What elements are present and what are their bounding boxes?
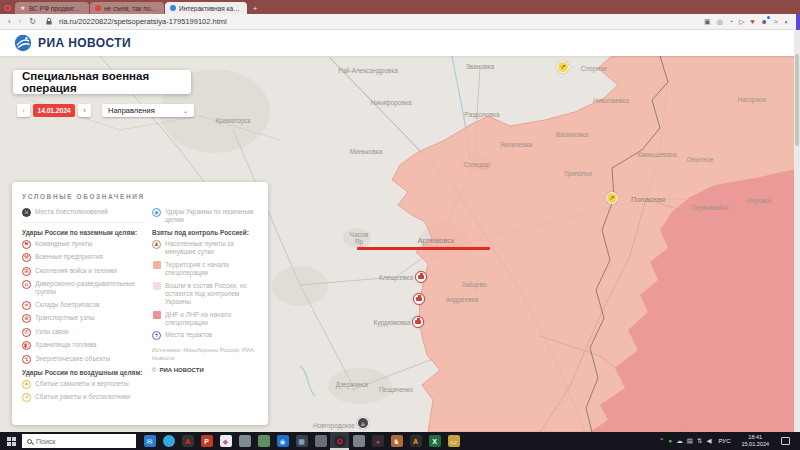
map-title-card: Специальная военная операция bbox=[13, 70, 191, 94]
game-app-icon: ♞ bbox=[391, 435, 403, 447]
legend-item-fuel: ◧Хранилища топлива bbox=[22, 341, 144, 350]
presentation-app-icon: P bbox=[201, 435, 213, 447]
ammo-icon: ✳ bbox=[22, 301, 31, 310]
acrobat-reader-icon: A bbox=[182, 435, 194, 447]
audio-player-icon: A bbox=[410, 435, 422, 447]
utility-app-4-taskbar-button[interactable] bbox=[349, 432, 368, 450]
opera-browser-taskbar-button[interactable]: O bbox=[330, 432, 349, 450]
downed-missile-marker[interactable]: ⇗ bbox=[557, 61, 569, 73]
chevron-up-tray-icon[interactable]: ⌃ bbox=[659, 438, 664, 445]
url-field[interactable]: ria.ru/20220822/spetsoperatsiya-17951991… bbox=[59, 17, 227, 26]
legend-section-header: Удары России по наземным целям: bbox=[22, 229, 144, 236]
legend-label: Скопления войск и техники bbox=[35, 267, 117, 275]
search-placeholder: Поиск bbox=[36, 438, 55, 445]
map-label: Никифоровка bbox=[370, 99, 411, 106]
legend-item-command: ⚑Командные пункты bbox=[22, 240, 144, 249]
site-brand[interactable]: РИА НОВОСТИ bbox=[38, 36, 131, 50]
sidebar-toggle-strip[interactable] bbox=[796, 14, 800, 30]
antivirus-tray-icon[interactable]: ● bbox=[668, 438, 672, 445]
legend-item-clash: ⚔Места боестолкновений bbox=[22, 208, 144, 217]
audio-player-taskbar-button[interactable]: A bbox=[406, 432, 425, 450]
notification-center-icon[interactable] bbox=[781, 437, 790, 445]
scrollbar-thumb[interactable] bbox=[795, 54, 799, 146]
missile-icon: ⇗ bbox=[22, 393, 31, 402]
ria-logo-icon[interactable] bbox=[14, 34, 32, 52]
troops-strike-marker[interactable] bbox=[413, 293, 425, 305]
combat-clash-marker[interactable]: ⚔ bbox=[357, 417, 369, 429]
downed-missile-marker[interactable]: ⇗ bbox=[606, 192, 618, 204]
utility-app-1-taskbar-button[interactable] bbox=[235, 432, 254, 450]
camera-app-taskbar-button[interactable]: ◉ bbox=[273, 432, 292, 450]
opera-menu-icon[interactable]: O bbox=[0, 1, 15, 14]
screen-recorder-taskbar-button[interactable]: ● bbox=[368, 432, 387, 450]
settlement-icon: ♟ bbox=[152, 240, 161, 249]
mail-app-taskbar-button[interactable]: ✉ bbox=[140, 432, 159, 450]
presentation-app-taskbar-button[interactable]: P bbox=[197, 432, 216, 450]
legend-label: Места боестолкновений bbox=[35, 208, 108, 216]
paint-app-taskbar-button[interactable]: ◆ bbox=[216, 432, 235, 450]
acrobat-reader-taskbar-button[interactable]: A bbox=[178, 432, 197, 450]
legend-sources: Источники: Минобороны России, РИА Новост… bbox=[152, 347, 260, 362]
screen-recorder-icon: ● bbox=[372, 435, 384, 447]
network-tray-icon[interactable]: ⇅ bbox=[697, 438, 702, 445]
map-label: Миньковка bbox=[350, 148, 383, 155]
photos-app-taskbar-button[interactable]: ▦ bbox=[292, 432, 311, 450]
timer-icon[interactable]: ◔ bbox=[729, 17, 733, 27]
file-explorer-taskbar-button[interactable]: ▭ bbox=[444, 432, 463, 450]
back-icon[interactable]: ‹ bbox=[8, 14, 11, 30]
utility-app-2-icon bbox=[258, 435, 270, 447]
excel-taskbar-button[interactable]: X bbox=[425, 432, 444, 450]
start-button[interactable] bbox=[0, 432, 22, 450]
incognito-icon[interactable]: ◖ bbox=[784, 17, 788, 27]
language-indicator[interactable]: РУС bbox=[718, 438, 730, 444]
taskbar-search[interactable]: Поиск bbox=[22, 434, 136, 448]
map-label: Попасная bbox=[631, 195, 665, 204]
heart-icon[interactable]: ♥ bbox=[750, 17, 754, 27]
legend-item-transport: ⊕Транспортные узлы bbox=[22, 314, 144, 323]
cloud-tray-icon[interactable]: ☁ bbox=[676, 438, 683, 445]
browser-tab[interactable]: ★ВС РФ продвигаются в р... bbox=[15, 2, 89, 14]
legend-label: Удары Украины по наземным целям bbox=[165, 208, 260, 224]
profile-icon[interactable]: ☻ bbox=[761, 17, 768, 27]
prev-date-button[interactable]: ‹ bbox=[17, 104, 30, 117]
tab-title: Интерактивная карта сп... bbox=[179, 5, 242, 12]
page-scrollbar[interactable] bbox=[794, 30, 800, 432]
new-tab-button[interactable]: + bbox=[248, 2, 262, 14]
windows-logo-icon bbox=[7, 437, 16, 446]
volume-tray-icon[interactable]: ◀ bbox=[706, 438, 711, 445]
utility-app-4-icon bbox=[353, 435, 365, 447]
taskbar-clock[interactable]: 18:41 15.01.2024 bbox=[741, 434, 769, 448]
troops-strike-marker[interactable] bbox=[412, 316, 424, 328]
date-display[interactable]: 14.01.2024 bbox=[33, 104, 75, 117]
camera-icon[interactable]: ◎ bbox=[717, 17, 723, 27]
next-date-button[interactable]: › bbox=[78, 104, 91, 117]
edge-browser-taskbar-button[interactable] bbox=[159, 432, 178, 450]
copyright-icon: © bbox=[152, 367, 156, 373]
map-label: Часов Яр bbox=[345, 231, 373, 246]
annexed-icon bbox=[153, 282, 161, 290]
directions-dropdown[interactable]: Направления ⌄ bbox=[102, 104, 194, 117]
forward-icon[interactable]: › bbox=[19, 14, 22, 30]
browser-tab[interactable]: Интерактивная карта сп... bbox=[165, 2, 247, 14]
star-favicon-icon: ★ bbox=[20, 5, 26, 11]
utility-app-2-taskbar-button[interactable] bbox=[254, 432, 273, 450]
map-label: Краматорск bbox=[215, 117, 250, 124]
map-label: Артемовск bbox=[418, 236, 455, 245]
dnr-icon bbox=[153, 311, 161, 319]
frame-icon[interactable]: ▣ bbox=[704, 17, 711, 27]
interactive-map[interactable]: КраматорскРай-АлександровкаЗвановкаСпорн… bbox=[0, 56, 800, 432]
legend-label: Узлы связи bbox=[35, 328, 69, 336]
vpn-icon[interactable]: ≈ bbox=[774, 17, 778, 27]
legend-label: Территория с начала спецоперации bbox=[165, 261, 260, 277]
reload-icon[interactable]: ↻ bbox=[29, 14, 36, 30]
troops-strike-marker[interactable] bbox=[415, 271, 427, 283]
map-label: Васюковка bbox=[556, 131, 589, 138]
display-tray-icon[interactable]: ▤ bbox=[687, 438, 693, 445]
legend-label: Сбитые ракеты и беспилотники bbox=[35, 393, 130, 401]
game-app-taskbar-button[interactable]: ♞ bbox=[387, 432, 406, 450]
time: 18:41 bbox=[748, 434, 762, 440]
utility-app-3-taskbar-button[interactable] bbox=[311, 432, 330, 450]
play-icon[interactable]: ▷ bbox=[739, 17, 744, 27]
browser-tab[interactable]: не съем, так понадкусыва... bbox=[90, 2, 164, 14]
legend-item-comms: ✆Узлы связи bbox=[22, 328, 144, 337]
